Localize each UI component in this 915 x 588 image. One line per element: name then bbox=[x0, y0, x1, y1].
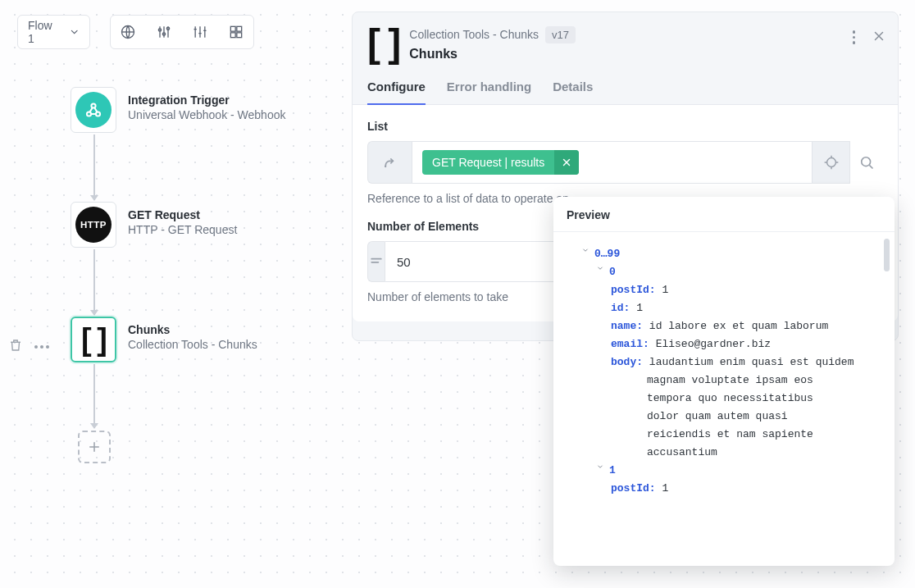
json-value: 1 bbox=[636, 299, 643, 317]
json-key: body: bbox=[611, 353, 643, 371]
json-key: postId: bbox=[611, 281, 656, 299]
flow-selector-label: Flow 1 bbox=[28, 19, 61, 45]
node-tile[interactable]: HTTP bbox=[71, 202, 116, 248]
json-value: 1 bbox=[662, 281, 668, 299]
json-range[interactable]: 0…99 bbox=[594, 245, 620, 263]
svg-line-34 bbox=[869, 165, 872, 168]
text-icon[interactable] bbox=[367, 241, 385, 282]
json-key: name: bbox=[611, 317, 643, 335]
search-icon[interactable] bbox=[850, 141, 883, 184]
svg-point-20 bbox=[96, 112, 100, 116]
node-subtitle: Universal Webhook - Webhook bbox=[128, 108, 285, 121]
flow-selector[interactable]: Flow 1 bbox=[17, 15, 90, 49]
node-actions bbox=[8, 338, 49, 355]
json-value: dolor quam autem quasi bbox=[647, 408, 788, 426]
json-value: tempora quo necessitatibus bbox=[647, 390, 813, 408]
svg-point-25 bbox=[385, 166, 386, 167]
json-value: Eliseo@gardner.biz bbox=[656, 335, 771, 353]
connector bbox=[93, 249, 95, 315]
json-index[interactable]: 0 bbox=[609, 263, 616, 281]
json-value: reiciendis et nam sapiente bbox=[647, 426, 813, 444]
preview-title: Preview bbox=[553, 197, 895, 232]
node-get-request[interactable]: HTTP GET Request HTTP - GET Request bbox=[71, 202, 237, 248]
panel-title: Chunks bbox=[409, 47, 576, 62]
brackets-icon: [ ] bbox=[81, 324, 106, 355]
svg-point-28 bbox=[826, 158, 835, 167]
equalizer-icon[interactable] bbox=[191, 23, 209, 41]
sliders-icon[interactable] bbox=[155, 23, 173, 41]
chip-label: GET Request | results bbox=[422, 150, 554, 175]
node-title: Chunks bbox=[128, 323, 257, 336]
chevron-down-icon[interactable] bbox=[581, 246, 590, 254]
node-title: Integration Trigger bbox=[128, 93, 285, 107]
svg-point-33 bbox=[862, 157, 871, 166]
svg-point-19 bbox=[87, 112, 91, 116]
list-field-input[interactable]: GET Request | results bbox=[412, 141, 813, 184]
panel-tabs: Configure Error handling Details bbox=[353, 63, 898, 105]
json-value: 1 bbox=[662, 480, 668, 498]
json-value: magnam voluptate ipsam eos bbox=[647, 371, 813, 390]
reference-chip: GET Request | results bbox=[422, 150, 579, 175]
tab-configure[interactable]: Configure bbox=[367, 80, 426, 105]
tab-error-handling[interactable]: Error handling bbox=[447, 80, 531, 104]
add-node-button[interactable] bbox=[78, 431, 111, 463]
preview-body[interactable]: 0…99 0 postId: 1 id: 1 name: id labore e… bbox=[553, 232, 895, 566]
list-field: GET Request | results bbox=[367, 141, 883, 184]
close-icon[interactable] bbox=[872, 29, 886, 46]
scrollbar-thumb[interactable] bbox=[884, 239, 890, 271]
tab-details[interactable]: Details bbox=[553, 80, 593, 104]
svg-rect-17 bbox=[237, 33, 242, 38]
node-subtitle: HTTP - GET Request bbox=[128, 223, 237, 236]
globe-icon[interactable] bbox=[119, 23, 137, 41]
chip-remove-icon[interactable] bbox=[554, 150, 579, 175]
connector bbox=[93, 364, 95, 428]
json-key: id: bbox=[611, 299, 630, 317]
list-field-label: List bbox=[367, 120, 883, 133]
grid-icon[interactable] bbox=[227, 23, 245, 41]
toolbar bbox=[110, 15, 254, 49]
json-key: email: bbox=[611, 335, 649, 353]
node-subtitle: Collection Tools - Chunks bbox=[128, 338, 257, 351]
chevron-down-icon[interactable] bbox=[596, 463, 604, 471]
target-icon[interactable] bbox=[813, 141, 850, 184]
chevron-down-icon[interactable] bbox=[596, 264, 604, 272]
json-value: id labore ex et quam laborum bbox=[649, 317, 828, 335]
num-input[interactable] bbox=[385, 241, 565, 282]
more-icon[interactable] bbox=[34, 345, 49, 349]
json-index[interactable]: 1 bbox=[609, 462, 616, 480]
panel-supertitle: Collection Tools - Chunks bbox=[409, 28, 539, 41]
connector bbox=[93, 134, 95, 200]
http-icon: HTTP bbox=[75, 207, 112, 243]
svg-rect-15 bbox=[237, 26, 242, 31]
json-key: postId: bbox=[611, 480, 656, 498]
json-value: accusantium bbox=[647, 444, 717, 462]
trash-icon[interactable] bbox=[8, 338, 23, 355]
num-field bbox=[367, 241, 556, 282]
node-integration-trigger[interactable]: Integration Trigger Universal Webhook - … bbox=[71, 87, 285, 133]
svg-rect-16 bbox=[230, 33, 235, 38]
svg-rect-14 bbox=[230, 26, 235, 31]
node-tile[interactable] bbox=[71, 87, 116, 133]
json-value: laudantium enim quasi est quidem bbox=[649, 353, 854, 371]
preview-panel: Preview 0…99 0 postId: 1 id: 1 name: id … bbox=[553, 197, 895, 566]
kebab-menu-icon[interactable] bbox=[853, 30, 856, 44]
plus-icon bbox=[87, 440, 102, 454]
webhook-icon bbox=[75, 92, 112, 128]
node-tile[interactable]: [ ] bbox=[71, 317, 116, 362]
node-chunks[interactable]: [ ] Chunks Collection Tools - Chunks bbox=[71, 317, 257, 362]
chevron-down-icon bbox=[69, 26, 80, 38]
svg-point-18 bbox=[91, 103, 95, 107]
branch-icon[interactable] bbox=[367, 141, 412, 184]
version-badge: v17 bbox=[545, 26, 576, 43]
brackets-icon: [ ] bbox=[367, 24, 399, 63]
node-title: GET Request bbox=[128, 208, 237, 221]
